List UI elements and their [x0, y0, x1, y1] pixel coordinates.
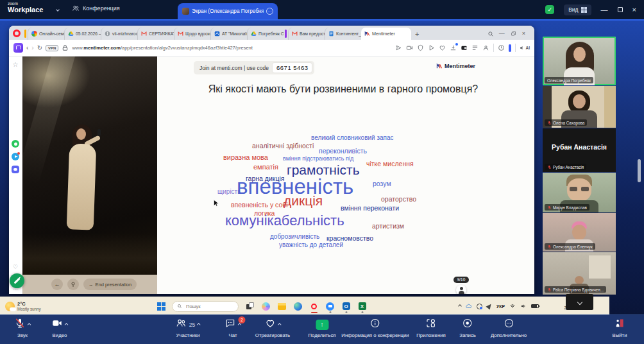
browser-tab[interactable]: 05.02.2026 – Go [64, 28, 101, 40]
extension-icon[interactable] [498, 44, 505, 51]
whatsapp-icon[interactable] [12, 140, 19, 148]
toolbar-record[interactable]: Запись [459, 318, 476, 338]
download-icon[interactable] [450, 44, 457, 51]
telegram-icon[interactable] [12, 153, 19, 160]
browser-tab[interactable]: Контингент_01. [325, 28, 361, 40]
participant-tile[interactable]: Мирун Владислав [543, 173, 616, 212]
ai-read-aloud-icon[interactable]: AI [520, 45, 530, 51]
toolbar-label: Приложения [416, 332, 446, 338]
hint-bulb-button[interactable] [67, 279, 79, 290]
forward-button[interactable]: › [31, 45, 33, 51]
url-text[interactable]: www.mentimeter.com/app/presentation/algv… [72, 45, 391, 51]
more-options-icon[interactable]: … [266, 8, 273, 15]
wifi-icon[interactable] [509, 303, 516, 309]
toolbar-participants[interactable]: 25Участники [176, 318, 200, 338]
tab-search-icon[interactable] [487, 31, 494, 37]
participants-count: 25 [189, 322, 195, 328]
toolbar-chat[interactable]: 2Чат [225, 318, 241, 338]
browser-tab[interactable]: Вам предостав [288, 28, 325, 40]
battery-icon[interactable] [531, 304, 539, 308]
maximize-button[interactable] [618, 6, 623, 13]
scrollbar-thumb[interactable] [638, 159, 641, 182]
audio-device-icon[interactable] [477, 304, 482, 309]
browser-restore-button[interactable] [511, 31, 516, 37]
taskbar-app-outlook[interactable]: O [341, 301, 351, 311]
tab-screen-share[interactable]: Экран (Олександра Погребняк) … [178, 3, 278, 19]
back-button[interactable]: ‹ [26, 45, 28, 51]
language-indicator[interactable]: УКР [496, 304, 505, 309]
list-icon[interactable] [471, 44, 479, 51]
pinned-extension-icon[interactable] [509, 44, 511, 52]
vpn-badge[interactable]: VPN [46, 45, 58, 51]
mentimeter-m-icon [436, 63, 443, 69]
taskbar-app-file-explorer[interactable] [277, 301, 287, 311]
toolbar-leave[interactable]: Выйти [612, 318, 627, 338]
location-icon[interactable] [486, 302, 493, 309]
bookmark-star-icon[interactable]: ☆ [13, 62, 19, 68]
heart-icon[interactable] [439, 44, 446, 51]
end-presentation-button[interactable]: →End presentation [83, 279, 137, 290]
wallet-icon[interactable] [461, 44, 468, 51]
participant-tile[interactable]: Олена Сахарова [543, 86, 616, 128]
chevron-down-icon[interactable] [56, 8, 60, 12]
taskbar-app-excel[interactable]: X [357, 301, 367, 311]
chevron-up-icon[interactable] [28, 323, 31, 327]
messenger-icon[interactable] [12, 166, 19, 173]
participant-tile[interactable]: Раїса Петрівна Вдовичен... [543, 252, 616, 295]
browser-tab[interactable]: АТ "Миколаїво [210, 28, 247, 40]
participant-tile[interactable]: Олександра Єленчук [543, 213, 616, 252]
taskbar-app-copilot[interactable] [261, 301, 271, 311]
toolbar-apps[interactable]: Приложения [416, 318, 446, 338]
participant-tile[interactable]: Рубан АнастасіяРубан Анастасія [543, 128, 616, 172]
play-icon[interactable] [428, 44, 435, 51]
lock-icon[interactable] [62, 44, 69, 51]
taskbar-app-edge[interactable] [293, 301, 303, 311]
toolbar-video[interactable]: Видео [52, 318, 68, 338]
speaker-icon[interactable] [520, 303, 527, 309]
weather-widget[interactable]: 2°C Mostly sunny [5, 297, 41, 315]
toolbar-mic-muted[interactable]: Звук [15, 318, 31, 338]
toolbar-react[interactable]: Отреагировать [255, 318, 290, 338]
annotation-pencil-button[interactable] [10, 273, 24, 288]
taskbar-app-task-view[interactable] [245, 301, 255, 311]
opera-menu-button[interactable] [13, 30, 21, 37]
browser-tab[interactable]: vii-mizhnarodn [101, 28, 137, 40]
browser-tab[interactable]: Онлайн-семіна [28, 28, 64, 40]
search-input[interactable] [185, 303, 233, 310]
previous-slide-button[interactable]: ← [51, 279, 63, 290]
close-button[interactable]: × [632, 6, 636, 13]
camera-icon[interactable] [406, 44, 413, 51]
browser-tab-active[interactable]: Mentimeter [361, 28, 411, 40]
tab-meeting[interactable]: Конференция [72, 4, 120, 12]
minimize-button[interactable]: — [601, 6, 608, 13]
profile-icon[interactable] [482, 44, 489, 51]
view-button[interactable]: Вид [564, 4, 591, 15]
tray-expand-icon[interactable] [458, 304, 462, 308]
browser-tab[interactable]: СЕРТИФІКАТ_V [137, 28, 174, 40]
new-tab-button[interactable]: + [415, 30, 419, 38]
participant-tile[interactable]: Олександра Погребняк [543, 37, 616, 85]
toolbar-info-circle[interactable]: Информация о конференции [341, 318, 409, 338]
chevron-up-icon[interactable] [65, 323, 69, 327]
favorites-heart-icon[interactable]: ♡ [13, 264, 18, 270]
toolbar-share-green[interactable]: ↑Поделиться [308, 318, 335, 338]
browser-close-button[interactable]: × [522, 30, 525, 37]
chevron-up-icon[interactable] [278, 323, 282, 327]
share-icon[interactable] [395, 44, 402, 51]
opera-hub-icon[interactable] [13, 43, 23, 53]
browser-tab[interactable]: Погребняк О.О [247, 28, 284, 40]
participants-collapse-button[interactable] [566, 294, 593, 310]
taskbar-app-opera[interactable] [309, 301, 319, 311]
browser-minimize-button[interactable]: — [499, 30, 505, 37]
shield-icon[interactable] [417, 44, 424, 51]
onedrive-icon[interactable] [466, 303, 472, 309]
taskbar-app-zoom[interactable] [325, 301, 335, 311]
chevron-up-icon[interactable] [197, 323, 201, 327]
reload-button[interactable]: ↻ [37, 45, 42, 51]
browser-tab[interactable]: Щодо вдоскона [174, 28, 210, 40]
windows-start-button[interactable] [157, 302, 165, 311]
toolbar-more[interactable]: Дополнительно [491, 318, 527, 338]
security-shield-icon[interactable]: ✓ [545, 5, 554, 14]
opera-sidebar: ☆ ♡ ♡ … [9, 56, 22, 294]
taskbar-search[interactable] [172, 301, 239, 312]
